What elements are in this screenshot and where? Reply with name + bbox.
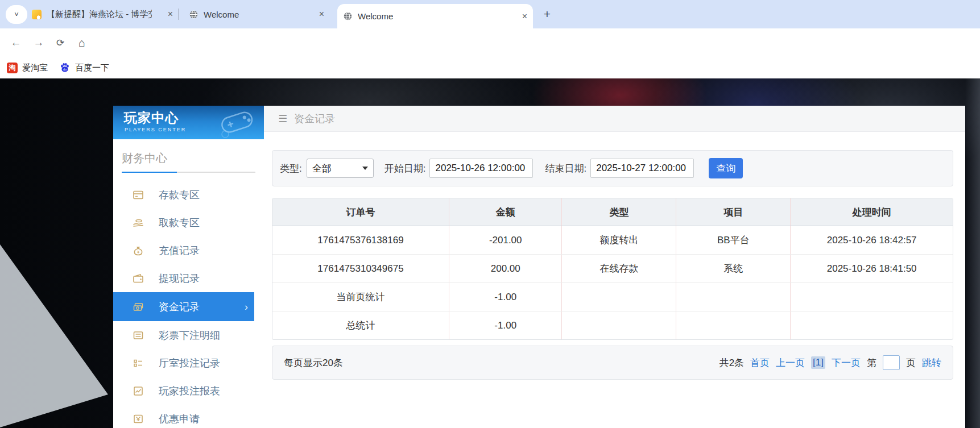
type-cell: 额度转出 xyxy=(562,226,676,254)
label-cell: 当前页统计 xyxy=(272,283,449,311)
sidebar-item-label: 存款专区 xyxy=(159,188,200,202)
close-icon[interactable]: × xyxy=(522,12,527,21)
hall-list-icon xyxy=(133,358,144,369)
browser-toolbar: ← → ⟳ ⌂ js13.cc/hhcp/usercenter.html?ini… xyxy=(0,28,980,57)
sidebar-header: 玩家中心 PLAYERS CENTER xyxy=(113,106,264,139)
sidebar-item-label: 充值记录 xyxy=(159,244,200,257)
total-count-text: 共2条 xyxy=(720,356,744,369)
sidebar-item-deposit[interactable]: 存款专区 xyxy=(113,181,264,209)
sidebar-item-funds-active[interactable]: 资金记录 › xyxy=(113,292,254,321)
bookmarks-bar: 淘 爱淘宝 du 百度一下 xyxy=(0,57,980,78)
table-row: 1761475310349675 200.00 在线存款 系统 2025-10-… xyxy=(272,255,953,283)
amount-cell: 200.00 xyxy=(449,255,563,282)
sidebar-item-recharge[interactable]: ¥ 充值记录 xyxy=(113,236,264,264)
tab-strip: ˅ 【新提醒】海燕论坛 - 博学交流 × Welcome × xyxy=(0,0,980,28)
type-cell: 在线存款 xyxy=(562,255,676,282)
sidebar-item-label: 资金记录 xyxy=(159,300,200,314)
forward-arrow-icon: → xyxy=(34,36,44,49)
end-date-input[interactable]: 2025-10-27 12:00:00 xyxy=(590,159,694,178)
start-date-input[interactable]: 2025-10-26 12:00:00 xyxy=(429,159,533,178)
tab-welcome-1[interactable]: Welcome × xyxy=(183,0,330,28)
lottery-list-icon xyxy=(133,330,144,341)
sidebar-item-lottery-bets[interactable]: 彩票下注明细 xyxy=(113,321,264,349)
section-underline xyxy=(122,172,255,173)
forward-button[interactable]: → xyxy=(31,35,47,50)
empty-cell xyxy=(676,283,791,311)
sidebar-item-label: 取款专区 xyxy=(159,216,200,230)
hamburger-icon[interactable]: ☰ xyxy=(278,113,287,125)
globe-icon xyxy=(189,10,199,19)
banknotes-icon xyxy=(133,301,144,313)
withdraw-hand-icon xyxy=(133,217,144,228)
sidebar-item-withdraw[interactable]: 取款专区 xyxy=(113,209,264,236)
close-icon[interactable]: × xyxy=(168,10,173,19)
first-page-link[interactable]: 首页 xyxy=(750,356,770,369)
page-title: 资金记录 xyxy=(294,112,335,126)
bookmark-baidu[interactable]: du 百度一下 xyxy=(59,57,109,78)
order-id-cell: 1761475310349675 xyxy=(272,255,449,282)
sidebar-item-bet-report[interactable]: 玩家投注报表 xyxy=(113,377,264,405)
moneybag-icon: ¥ xyxy=(133,245,144,256)
chevron-right-icon: › xyxy=(245,301,248,313)
background-triangle-decoration xyxy=(0,244,108,427)
baidu-paw-icon: du xyxy=(59,62,71,73)
tab-welcome-active[interactable]: Welcome × xyxy=(337,4,533,28)
search-button[interactable]: 查询 xyxy=(709,158,743,178)
page-size-text: 每页显示20条 xyxy=(284,356,343,369)
sidebar-item-hall-bets[interactable]: 厅室投注记录 xyxy=(113,349,264,377)
bookmark-label: 百度一下 xyxy=(75,63,109,73)
deposit-card-icon xyxy=(133,189,144,201)
sidebar-menu: 存款专区 取款专区 ¥ 充值记录 提现记录 xyxy=(113,181,264,428)
tab-title: Welcome xyxy=(358,11,393,21)
column-header: 项目 xyxy=(676,198,791,226)
type-select[interactable]: 全部 xyxy=(307,159,374,178)
web-page: 玩家中心 PLAYERS CENTER 财务中心 xyxy=(0,78,980,428)
funds-table: 订单号 金额 类型 项目 处理时间 1761475376138169 -201.… xyxy=(272,198,953,340)
plus-icon: + xyxy=(544,7,551,21)
end-date-label: 结束日期: xyxy=(545,162,586,175)
taobao-icon: 淘 xyxy=(7,63,18,73)
jump-link[interactable]: 跳转 xyxy=(922,356,941,369)
back-arrow-icon: ← xyxy=(11,36,22,49)
bookmark-taobao[interactable]: 淘 爱淘宝 xyxy=(7,57,48,78)
empty-cell xyxy=(676,311,791,339)
current-page-indicator[interactable]: [1] xyxy=(811,356,825,369)
type-select-value: 全部 xyxy=(312,162,332,175)
table-row-grand-total: 总统计 -1.00 xyxy=(272,311,953,339)
time-cell: 2025-10-26 18:41:50 xyxy=(791,255,953,282)
bookmark-label: 爱淘宝 xyxy=(22,63,48,73)
label-cell: 总统计 xyxy=(272,311,449,339)
sidebar-item-label: 提现记录 xyxy=(159,272,200,285)
reload-button[interactable]: ⟳ xyxy=(52,35,68,50)
new-tab-button[interactable]: + xyxy=(539,6,555,22)
jump-suffix-text: 页 xyxy=(906,356,916,369)
column-header: 类型 xyxy=(562,198,676,226)
amount-cell: -201.00 xyxy=(449,226,563,254)
column-header: 金额 xyxy=(449,198,563,226)
tab-search-chevron-button[interactable]: ˅ xyxy=(6,5,27,24)
next-page-link[interactable]: 下一页 xyxy=(832,356,861,369)
background-glow-decoration xyxy=(965,78,980,428)
empty-cell xyxy=(562,283,676,311)
prev-page-link[interactable]: 上一页 xyxy=(776,356,805,369)
back-button[interactable]: ← xyxy=(8,35,24,50)
svg-text:du: du xyxy=(63,68,67,71)
select-chevron-icon xyxy=(362,167,368,170)
funds-record-panel: ☰ 资金记录 类型: 全部 开始日期: 2025-10-26 12:00:00 … xyxy=(264,106,965,428)
player-center-sidebar: 玩家中心 PLAYERS CENTER 财务中心 xyxy=(113,106,264,428)
close-icon[interactable]: × xyxy=(319,10,324,19)
project-cell: BB平台 xyxy=(676,226,791,254)
sidebar-item-promo[interactable]: 优惠申请 xyxy=(113,405,264,428)
page-number-input[interactable] xyxy=(883,355,900,370)
svg-text:¥: ¥ xyxy=(137,249,140,254)
amount-cell: -1.00 xyxy=(449,311,563,339)
project-cell: 系统 xyxy=(676,255,791,282)
sidebar-item-cashout[interactable]: 提现记录 xyxy=(113,264,264,292)
tab-separator xyxy=(178,9,179,20)
column-header: 处理时间 xyxy=(791,198,953,226)
tab-haiyan-forum[interactable]: 【新提醒】海燕论坛 - 博学交流 × xyxy=(26,0,179,28)
empty-cell xyxy=(791,311,953,339)
tab-title: 【新提醒】海燕论坛 - 博学交流 xyxy=(47,9,152,20)
home-button[interactable]: ⌂ xyxy=(74,35,90,50)
jump-prefix-text: 第 xyxy=(867,356,876,369)
